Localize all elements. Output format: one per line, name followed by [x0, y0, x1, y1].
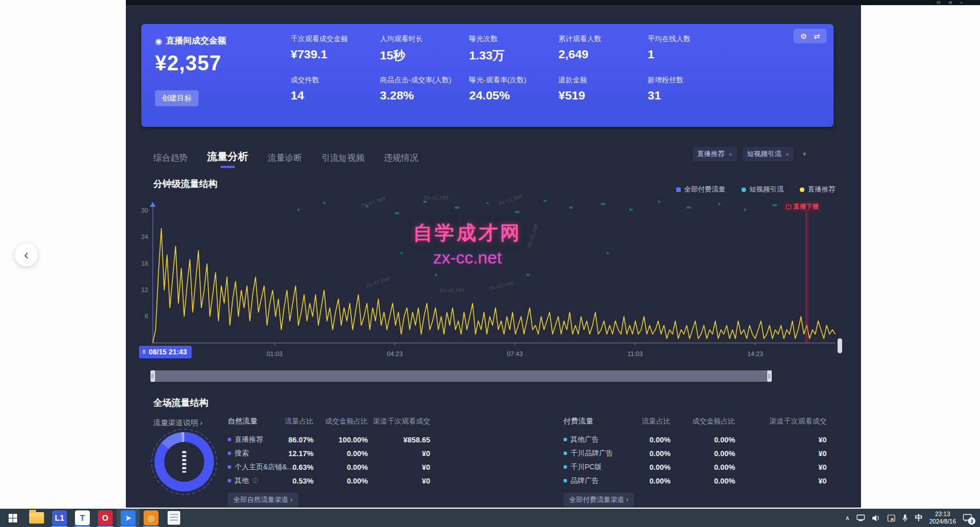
traffic-share: 0.63% — [279, 463, 314, 472]
table-row: 千川PC版 0.00% 0.00% ¥0 — [564, 460, 827, 474]
kpi-metric: 退款金额 ¥519 — [558, 75, 648, 117]
close-icon[interactable]: × — [960, 1, 963, 5]
start-button[interactable] — [0, 509, 25, 527]
speck — [687, 206, 691, 209]
expand-icon[interactable]: ⊞ — [949, 1, 953, 5]
previous-image-button[interactable]: ‹ — [15, 243, 38, 266]
speck — [455, 206, 459, 209]
donut-center-label — [182, 451, 187, 473]
channel-dot — [564, 479, 567, 482]
chip-remove-icon[interactable]: × — [729, 151, 732, 158]
chart-canvas — [141, 200, 838, 349]
kpi-panel: ◉ 直播间成交金额 ¥2,357 创建目标 ⚙ ⇄ 千次观看成交金额 ¥739.… — [141, 24, 834, 127]
per-1k-view-gmv: ¥0 — [735, 477, 827, 485]
info-icon[interactable]: ⓘ — [252, 477, 258, 485]
per-1k-view-gmv: ¥0 — [368, 449, 430, 458]
gmv-share: 100.00% — [314, 436, 368, 444]
titlebar-controls[interactable]: ⊟ ⊞ × — [937, 0, 963, 5]
taskbar-apps: L1TO➤◎ — [25, 509, 185, 527]
microphone-icon[interactable] — [902, 514, 908, 522]
kpi-value: ¥2,357 — [155, 51, 221, 75]
chart-range-brush[interactable] — [153, 370, 769, 382]
create-goal-button[interactable]: 创建目标 — [155, 90, 199, 106]
taskbar-app-notepad[interactable] — [162, 509, 185, 527]
y-tick-label: 18 — [129, 260, 148, 267]
tray-chevron-icon[interactable]: ∧ — [845, 514, 850, 522]
brush-handle-left[interactable] — [150, 370, 155, 382]
chip-remove-icon[interactable]: × — [785, 151, 789, 158]
channel-label: 千川PC版 — [570, 462, 602, 472]
taskbar-clock[interactable]: 23:13 2024/8/16 — [929, 510, 956, 525]
tab-4[interactable]: 引流短视频 — [322, 153, 364, 168]
filter-chip[interactable]: 短视频引流 × — [743, 147, 793, 161]
column-header: 渠道千次观看成交 — [735, 417, 827, 426]
target-icon: ◉ — [155, 37, 162, 46]
paid-all-channels-button[interactable]: 全部付费流量渠道 › — [564, 493, 634, 507]
legend-item[interactable]: 短视频引流 — [741, 185, 784, 194]
metric-value: 31 — [648, 89, 737, 102]
taskbar-app-app-orange[interactable]: ◎ — [140, 509, 162, 527]
speck — [423, 201, 427, 203]
gmv-share: 0.00% — [670, 436, 735, 444]
kpi-metric: 新增粉丝数 31 — [648, 75, 737, 117]
network-icon[interactable] — [856, 514, 865, 522]
natural-traffic-table: 自然流量流量占比成交金额占比渠道千次观看成交 直播推荐 86.07% 100.0… — [228, 416, 430, 507]
windows-logo-icon — [9, 514, 17, 522]
time-cursor-badge[interactable]: ⠿ 08/15 21:43 — [139, 346, 192, 358]
kpi-tools[interactable]: ⚙ ⇄ — [793, 29, 827, 43]
per-1k-view-gmv: ¥0 — [735, 436, 827, 444]
chevron-down-icon[interactable]: ▾ — [799, 149, 810, 159]
clock-time: 23:13 — [929, 510, 956, 518]
speck — [435, 274, 437, 276]
table-row: 其他广告 0.00% 0.00% ¥0 — [564, 433, 827, 446]
swap-icon[interactable]: ⇄ — [814, 32, 820, 41]
viewer-titlebar: ⊟ ⊞ × — [126, 0, 980, 5]
tab-5[interactable]: 违规情况 — [384, 153, 418, 168]
taskbar-app-browser-active[interactable]: ➤ — [117, 509, 140, 527]
speck — [395, 212, 399, 214]
legend-label: 直播推荐 — [808, 185, 835, 194]
tab-2[interactable]: 流量分析 — [207, 150, 248, 168]
metric-value: 2,649 — [558, 47, 648, 61]
table-row: 千川品牌广告 0.00% 0.00% ¥0 — [564, 446, 827, 460]
minute-chart: zx-cc.netzx-cc.netzx-cc.netzx-cc.netzx-c… — [141, 200, 838, 349]
folder-icon — [29, 512, 44, 524]
traffic-share: 12.17% — [279, 449, 314, 458]
x-tick-label: 14:23 — [747, 350, 763, 357]
legend-item[interactable]: 全部付费流量 — [676, 185, 725, 194]
taskbar-app-app-t[interactable]: T — [71, 509, 94, 527]
channel-name: 搜索 — [228, 449, 279, 458]
metric-value: ¥519 — [558, 89, 648, 102]
page-scrollbar-thumb[interactable] — [838, 338, 842, 353]
legend-item[interactable]: 直播推荐 — [800, 185, 835, 194]
tab-1[interactable]: 综合趋势 — [153, 153, 188, 168]
speck — [503, 229, 506, 231]
photos-icon[interactable] — [887, 514, 895, 522]
table-row: 直播推荐 86.07% 100.00% ¥858.65 — [228, 433, 430, 446]
taskbar-app-app-l1[interactable]: L1 — [48, 509, 71, 527]
traffic-share: 0.00% — [618, 463, 670, 472]
taskbar-app-file-explorer[interactable] — [25, 509, 48, 527]
traffic-share: 86.07% — [279, 436, 314, 444]
channel-dot — [228, 465, 231, 469]
app-t-icon: T — [75, 510, 90, 525]
tab-3[interactable]: 流量诊断 — [268, 153, 302, 168]
gmv-share: 0.00% — [670, 463, 735, 472]
chip-label: 直播推荐 — [697, 149, 725, 159]
volume-icon[interactable] — [872, 514, 880, 522]
legend-marker — [741, 187, 746, 192]
tiled-watermark: zx-cc.net — [439, 286, 465, 293]
notification-center-button[interactable]: 3 — [963, 514, 972, 522]
minimize-icon[interactable]: ⊟ — [937, 1, 941, 5]
browser-active-icon: ➤ — [121, 510, 136, 525]
brush-handle-right[interactable] — [767, 370, 772, 382]
taskbar-app-app-o[interactable]: O — [94, 509, 117, 527]
ime-indicator[interactable]: 中 — [915, 513, 922, 523]
channel-name: 千川品牌广告 — [564, 449, 618, 458]
metric-label: 曝光-观看率(次数) — [469, 75, 558, 85]
channel-explain-link[interactable]: 流量渠道说明 › — [153, 418, 203, 428]
speck — [526, 274, 530, 276]
filter-chip[interactable]: 直播推荐 × — [693, 147, 737, 161]
gear-icon[interactable]: ⚙ — [800, 32, 807, 41]
natural-all-channels-button[interactable]: 全部自然流量渠道 › — [228, 493, 298, 507]
